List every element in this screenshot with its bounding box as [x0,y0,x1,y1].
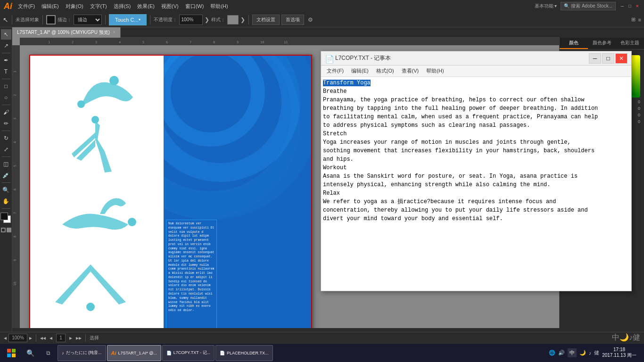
menu-view[interactable]: 视图(V) [161,3,179,10]
more-icon[interactable]: ≡ [638,17,641,23]
direct-select-btn[interactable]: ↗ [1,41,11,51]
placeholder-app-label: PLACEHOLDER.TX... [227,351,269,355]
lorem-text-box[interactable]: Num doloreetum ver esequam ver suscipist… [166,220,217,328]
left-toolbox: ↖ ↗ ✒ T □ ○ 🖌 ✏ ↻ ⤢ ◫ 💉 🔍 ✋ [0,27,12,347]
eyedropper-tool-btn[interactable]: 💉 [1,170,11,181]
tool-sep-3 [2,105,10,105]
notepad-line-5: to address physical symptoms such as cle… [323,122,530,129]
select-tool-icon[interactable]: ↖ [3,16,8,24]
np-menu-view[interactable]: 查看(V) [398,66,423,75]
stroke-selector[interactable]: 描边 [74,15,102,25]
np-menu-edit[interactable]: 编辑(E) [347,66,372,75]
zoom-in-btn[interactable]: ▸ [29,335,32,341]
doc-tab-active[interactable]: L7START_1.AI* @ 100% (CMYK/GPU 预览) × [12,27,121,38]
rect-tool-btn[interactable]: □ [1,81,11,91]
show-desktop-btn[interactable] [639,345,642,362]
ellipse-tool-btn[interactable]: ○ [1,92,11,103]
menu-effect[interactable]: 效果(E) [137,3,155,10]
menu-help[interactable]: 帮助(H) [210,3,228,10]
taskbar-notepad-app[interactable]: 📄 L7COPY.TXT - 记... [162,345,215,361]
toolbar-options-btn[interactable]: ⚙ [308,16,313,23]
music-icon[interactable]: ♪ [589,350,592,356]
scale-tool-btn[interactable]: ⤢ [1,144,11,155]
app-restore-btn[interactable]: □ [627,3,633,9]
document-canvas[interactable]: Num doloreetum ver esequam ver suscipist… [29,55,312,328]
moon-icon[interactable]: 🌙 [579,350,586,356]
pencil-tool-btn[interactable]: ✏ [1,118,11,129]
yoga-pose-3 [48,191,142,248]
type-tool-btn[interactable]: T [1,66,11,77]
style-chevron[interactable]: ❯ [240,16,245,23]
notepad-minimize-btn[interactable]: ─ [589,53,601,64]
zoom-tool-btn[interactable]: 🔍 [1,185,11,195]
fill-swatch[interactable] [46,15,56,25]
search-stock-btn[interactable]: 🔍 搜索 Adobe Stock... [561,2,616,10]
page-next-btn[interactable]: ▸ [69,335,72,341]
notepad-line-16: divert your mind toward your body and es… [323,215,503,222]
taskbar-illustrator-app[interactable]: Ai L7START_1.AI* @... [107,345,161,361]
tool-sep-7 [2,208,10,209]
np-menu-help[interactable]: 帮助(H) [422,66,447,75]
menu-file[interactable]: 文件(F) [18,3,35,10]
color-swatches[interactable] [0,213,12,226]
none-toggle[interactable] [7,228,11,232]
doc-tab-bar: L7START_1.AI* @ 100% (CMYK/GPU 预览) × [12,27,559,38]
doc-settings-btn[interactable]: 文档设置 [252,15,280,25]
placeholder-app-icon: 📄 [220,351,225,355]
notepad-close-btn[interactable]: ✕ [615,53,627,64]
notepad-maximize-btn[interactable]: □ [602,53,614,64]
svg-text:11: 11 [284,41,288,44]
hand-tool-btn[interactable]: ✋ [1,196,11,206]
rotate-tool-btn[interactable]: ↻ [1,133,11,143]
touch-button[interactable]: Touch C... ▾ [109,14,147,25]
start-button[interactable] [2,345,21,362]
taskbar-music-app[interactable]: ♪ だったにに (纯音... [58,345,106,361]
network-icon[interactable]: 🌐 [549,350,555,356]
ai-logo: Ai [4,1,12,11]
menu-window[interactable]: 窗口(W) [185,3,204,10]
notepad-line-14: We refer to yoga as a 損ractice?because i… [323,198,556,205]
menu-select[interactable]: 选择(S) [114,3,131,10]
zoom-input[interactable] [8,334,27,342]
top-right-area: 基本功能 ▾ 🔍 搜索 Adobe Stock... ─ □ ✕ [535,2,640,10]
doc-tab-close-btn[interactable]: × [113,30,116,35]
opacity-chevron[interactable]: ❯ [205,16,209,23]
volume-icon[interactable]: 🔊 [558,350,565,356]
style-swatch[interactable] [227,15,239,25]
pen-tool-btn[interactable]: ✒ [1,55,11,66]
color-theme-tab[interactable]: 色彩主题 [616,38,644,49]
zoom-out-btn[interactable]: ◂ [4,335,7,341]
ime-button[interactable]: 中 [568,348,577,357]
last-page-btn[interactable]: ▸▸ [76,335,82,341]
page-prev-btn[interactable]: ◂ [50,335,52,341]
task-view-btn[interactable]: ⧉ [40,345,57,362]
stroke-toggle[interactable] [1,228,6,232]
windows-logo-icon [7,349,16,357]
menu-text[interactable]: 文字(T) [90,3,107,10]
menu-object[interactable]: 对象(O) [66,3,83,10]
app-close-btn[interactable]: ✕ [635,3,640,9]
arrange-icon[interactable]: ⊞ [631,16,636,23]
tool-sep-2 [2,79,10,79]
color-ref-tab[interactable]: 颜色参考 [588,38,616,49]
menu-edit[interactable]: 编辑(E) [41,3,59,10]
taskbar-search-btn[interactable]: 🔍 [22,345,39,362]
gradient-tool-btn[interactable]: ◫ [1,159,11,169]
brush-tool-btn[interactable]: 🖌 [1,107,11,117]
page-input[interactable] [56,334,66,342]
np-menu-file[interactable]: 文件(F) [323,66,347,75]
taskbar-placeholder-app[interactable]: 📄 PLACEHOLDER.TX... [215,345,273,361]
fg-color-swatch[interactable] [0,213,8,220]
app-minimize-btn[interactable]: ─ [619,3,625,9]
color-tab[interactable]: 颜色 [560,38,588,49]
preferences-btn[interactable]: 首选项 [281,15,304,25]
np-menu-format[interactable]: 格式(O) [372,66,398,75]
prev-page-btn[interactable]: ◂◂ [40,335,46,341]
system-clock[interactable]: 17:18 2017.11.13 周一 [602,347,636,359]
ime-indicator[interactable]: 中🌙♪健 [612,333,640,343]
opacity-input[interactable] [179,15,203,25]
select-tool-btn[interactable]: ↖ [1,29,11,40]
notepad-text-area[interactable]: Transform Yoga Breathe Pranayama, the yo… [321,77,631,291]
svg-rect-0 [20,38,559,45]
health-icon[interactable]: 健 [594,349,599,356]
